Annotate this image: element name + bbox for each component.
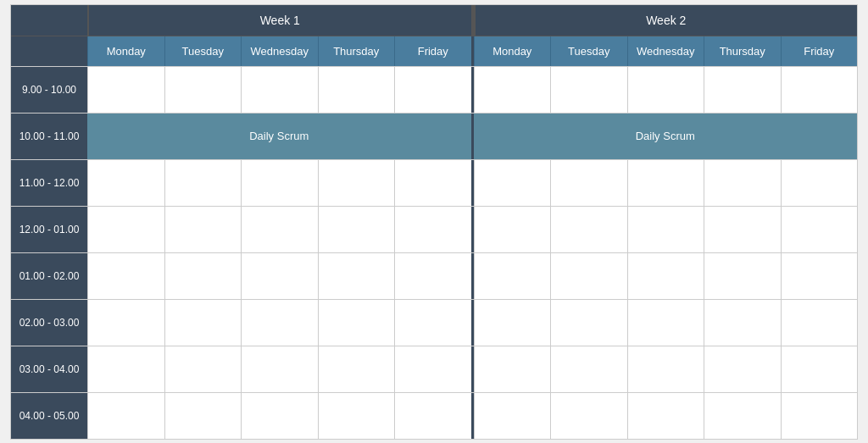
w2-cell-4-2[interactable] xyxy=(627,253,704,299)
week2-monday-header: Monday xyxy=(474,36,551,66)
time-label-0: 9.00 - 10.00 xyxy=(11,67,87,113)
time-row-6: 03.00 - 04.00 xyxy=(11,346,857,392)
w2-cell-3-3[interactable] xyxy=(704,207,781,252)
w1-cell-5-4[interactable] xyxy=(394,300,471,346)
w2-cell-5-3[interactable] xyxy=(704,300,781,346)
w1-cell-7-2[interactable] xyxy=(241,393,318,439)
week1-cells-2 xyxy=(87,160,471,206)
w1-cell-3-2[interactable] xyxy=(241,207,318,252)
w1-cell-3-0[interactable] xyxy=(87,207,164,252)
week1-monday-header: Monday xyxy=(87,36,164,66)
w2-cell-0-1[interactable] xyxy=(550,67,627,113)
w2-cell-7-4[interactable] xyxy=(781,393,858,439)
w2-cell-6-3[interactable] xyxy=(704,346,781,392)
w2-cell-2-0[interactable] xyxy=(474,160,551,206)
w2-cell-0-3[interactable] xyxy=(704,67,781,113)
time-label-1: 10.00 - 11.00 xyxy=(11,114,87,159)
w2-cell-3-4[interactable] xyxy=(781,207,858,252)
w2-cell-7-1[interactable] xyxy=(550,393,627,439)
w2-cell-0-0[interactable] xyxy=(474,67,551,113)
week1-cells-3 xyxy=(87,207,471,252)
w2-cell-2-4[interactable] xyxy=(781,160,858,206)
w1-cell-2-1[interactable] xyxy=(164,160,242,206)
w2-cell-4-0[interactable] xyxy=(474,253,551,299)
w1-cell-5-2[interactable] xyxy=(241,300,318,346)
w1-cell-7-1[interactable] xyxy=(164,393,242,439)
w2-cell-7-2[interactable] xyxy=(627,393,704,439)
w1-cell-3-1[interactable] xyxy=(164,207,242,252)
week1-cells-5 xyxy=(87,300,471,346)
w2-cell-2-3[interactable] xyxy=(704,160,781,206)
w1-cell-4-4[interactable] xyxy=(394,253,471,299)
week2-scrum-1: Daily Scrum xyxy=(474,114,858,159)
w2-cell-4-1[interactable] xyxy=(550,253,627,299)
w1-cell-0-0[interactable] xyxy=(87,67,164,113)
w1-cell-4-3[interactable] xyxy=(318,253,395,299)
top-left-spacer xyxy=(11,5,87,36)
w1-cell-6-3[interactable] xyxy=(318,346,395,392)
week2-cells-0 xyxy=(474,67,858,113)
w1-cell-5-0[interactable] xyxy=(87,300,164,346)
w2-cell-5-2[interactable] xyxy=(627,300,704,346)
w2-cell-4-3[interactable] xyxy=(704,253,781,299)
w1-cell-7-4[interactable] xyxy=(394,393,471,439)
w2-cell-2-2[interactable] xyxy=(627,160,704,206)
w2-cell-0-2[interactable] xyxy=(627,67,704,113)
week1-header: Week 1 xyxy=(87,5,471,36)
w1-cell-2-3[interactable] xyxy=(318,160,395,206)
calendar-grid: Week 1 Week 2 Monday Tuesday Wednesday T… xyxy=(10,4,858,440)
w1-cell-7-3[interactable] xyxy=(318,393,395,439)
w1-cell-4-2[interactable] xyxy=(241,253,318,299)
w1-cell-4-1[interactable] xyxy=(164,253,242,299)
w2-cell-5-4[interactable] xyxy=(781,300,858,346)
w1-cell-4-0[interactable] xyxy=(87,253,164,299)
w1-cell-2-0[interactable] xyxy=(87,160,164,206)
w1-cell-6-4[interactable] xyxy=(394,346,471,392)
w1-cell-0-2[interactable] xyxy=(241,67,318,113)
w1-cell-3-4[interactable] xyxy=(394,207,471,252)
w2-cell-5-1[interactable] xyxy=(550,300,627,346)
week2-tuesday-header: Tuesday xyxy=(550,36,627,66)
w1-cell-6-2[interactable] xyxy=(241,346,318,392)
time-row-5: 02.00 - 03.00 xyxy=(11,299,857,346)
week-headers-row: Week 1 Week 2 xyxy=(11,5,857,36)
w2-cell-3-1[interactable] xyxy=(550,207,627,252)
time-row-3: 12.00 - 01.00 xyxy=(11,206,857,252)
time-label-7: 04.00 - 05.00 xyxy=(11,393,87,439)
w2-cell-6-0[interactable] xyxy=(474,346,551,392)
w1-cell-3-3[interactable] xyxy=(318,207,395,252)
w2-cell-7-0[interactable] xyxy=(474,393,551,439)
time-row-1: 10.00 - 11.00Daily ScrumDaily Scrum xyxy=(11,113,857,159)
week1-friday-header: Friday xyxy=(394,36,471,66)
w2-cell-3-2[interactable] xyxy=(627,207,704,252)
w1-cell-2-4[interactable] xyxy=(394,160,471,206)
w2-cell-5-0[interactable] xyxy=(474,300,551,346)
w1-cell-7-0[interactable] xyxy=(87,393,164,439)
week2-cells-6 xyxy=(474,346,858,392)
time-row-4: 01.00 - 02.00 xyxy=(11,252,857,299)
w2-cell-6-1[interactable] xyxy=(550,346,627,392)
w1-cell-0-1[interactable] xyxy=(164,67,242,113)
week2-thursday-header: Thursday xyxy=(704,36,781,66)
w2-cell-6-4[interactable] xyxy=(781,346,858,392)
w1-cell-5-3[interactable] xyxy=(318,300,395,346)
week1-tuesday-header: Tuesday xyxy=(164,36,242,66)
w2-cell-6-2[interactable] xyxy=(627,346,704,392)
w1-cell-0-3[interactable] xyxy=(318,67,395,113)
w1-cell-0-4[interactable] xyxy=(394,67,471,113)
w1-cell-5-1[interactable] xyxy=(164,300,242,346)
w2-cell-2-1[interactable] xyxy=(550,160,627,206)
w2-cell-7-3[interactable] xyxy=(704,393,781,439)
w2-cell-0-4[interactable] xyxy=(781,67,858,113)
time-rows: 9.00 - 10.0010.00 - 11.00Daily ScrumDail… xyxy=(11,66,857,439)
w1-cell-6-0[interactable] xyxy=(87,346,164,392)
week2-friday-header: Friday xyxy=(781,36,858,66)
scrum-label-week1: Daily Scrum xyxy=(87,130,471,142)
w2-cell-4-4[interactable] xyxy=(781,253,858,299)
w1-cell-2-2[interactable] xyxy=(241,160,318,206)
time-label-6: 03.00 - 04.00 xyxy=(11,346,87,392)
w1-cell-6-1[interactable] xyxy=(164,346,242,392)
w2-cell-3-0[interactable] xyxy=(474,207,551,252)
time-row-7: 04.00 - 05.00 xyxy=(11,392,857,439)
time-label-3: 12.00 - 01.00 xyxy=(11,207,87,252)
